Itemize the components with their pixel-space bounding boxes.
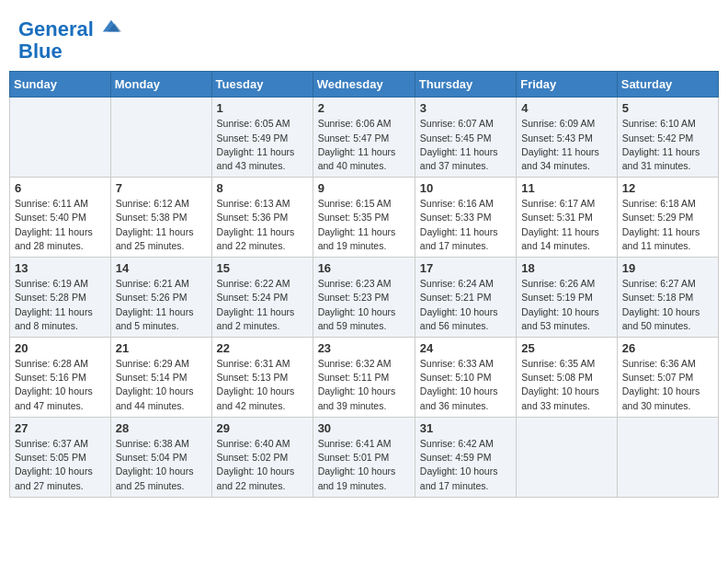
calendar-cell: 27Sunrise: 6:37 AM Sunset: 5:05 PM Dayli…	[10, 417, 111, 497]
day-number: 9	[318, 181, 410, 195]
day-number: 25	[521, 341, 612, 355]
day-info: Sunrise: 6:16 AM Sunset: 5:33 PM Dayligh…	[420, 197, 511, 253]
day-number: 10	[420, 181, 511, 195]
day-info: Sunrise: 6:28 AM Sunset: 5:16 PM Dayligh…	[15, 357, 106, 413]
calendar-cell: 12Sunrise: 6:18 AM Sunset: 5:29 PM Dayli…	[617, 178, 718, 258]
calendar-cell: 15Sunrise: 6:22 AM Sunset: 5:24 PM Dayli…	[211, 258, 313, 338]
weekday-header: Sunday	[10, 72, 111, 98]
calendar-cell: 7Sunrise: 6:12 AM Sunset: 5:38 PM Daylig…	[110, 178, 211, 258]
day-number: 30	[318, 421, 410, 435]
calendar-week-row: 27Sunrise: 6:37 AM Sunset: 5:05 PM Dayli…	[10, 417, 719, 497]
day-number: 22	[217, 341, 308, 355]
weekday-header-row: SundayMondayTuesdayWednesdayThursdayFrid…	[10, 72, 719, 98]
day-info: Sunrise: 6:31 AM Sunset: 5:13 PM Dayligh…	[217, 357, 308, 413]
weekday-header: Saturday	[617, 72, 718, 98]
day-info: Sunrise: 6:05 AM Sunset: 5:49 PM Dayligh…	[217, 117, 308, 173]
day-info: Sunrise: 6:26 AM Sunset: 5:19 PM Dayligh…	[521, 277, 612, 333]
day-info: Sunrise: 6:12 AM Sunset: 5:38 PM Dayligh…	[116, 197, 207, 253]
weekday-header: Wednesday	[313, 72, 415, 98]
calendar-table: SundayMondayTuesdayWednesdayThursdayFrid…	[9, 71, 719, 497]
calendar-cell: 13Sunrise: 6:19 AM Sunset: 5:28 PM Dayli…	[10, 258, 111, 338]
day-number: 23	[318, 341, 410, 355]
weekday-header: Monday	[110, 72, 211, 98]
calendar-cell: 19Sunrise: 6:27 AM Sunset: 5:18 PM Dayli…	[617, 258, 718, 338]
day-number: 7	[116, 181, 207, 195]
day-number: 11	[521, 181, 612, 195]
day-number: 12	[622, 181, 713, 195]
day-info: Sunrise: 6:06 AM Sunset: 5:47 PM Dayligh…	[318, 117, 410, 173]
logo-text2: Blue	[18, 40, 121, 63]
logo-icon	[101, 17, 121, 37]
day-info: Sunrise: 6:40 AM Sunset: 5:02 PM Dayligh…	[217, 437, 308, 493]
day-info: Sunrise: 6:15 AM Sunset: 5:35 PM Dayligh…	[318, 197, 410, 253]
day-info: Sunrise: 6:29 AM Sunset: 5:14 PM Dayligh…	[116, 357, 207, 413]
calendar-cell: 22Sunrise: 6:31 AM Sunset: 5:13 PM Dayli…	[211, 338, 313, 418]
day-info: Sunrise: 6:24 AM Sunset: 5:21 PM Dayligh…	[420, 277, 511, 333]
page-header: General Blue	[9, 9, 719, 67]
calendar-cell: 20Sunrise: 6:28 AM Sunset: 5:16 PM Dayli…	[10, 338, 111, 418]
calendar-cell: 3Sunrise: 6:07 AM Sunset: 5:45 PM Daylig…	[415, 98, 516, 178]
calendar-cell: 31Sunrise: 6:42 AM Sunset: 4:59 PM Dayli…	[415, 417, 516, 497]
calendar-cell: 21Sunrise: 6:29 AM Sunset: 5:14 PM Dayli…	[110, 338, 211, 418]
day-number: 15	[217, 261, 308, 275]
weekday-header: Friday	[517, 72, 618, 98]
calendar-cell	[517, 417, 618, 497]
calendar-cell: 1Sunrise: 6:05 AM Sunset: 5:49 PM Daylig…	[211, 98, 313, 178]
weekday-header: Thursday	[415, 72, 516, 98]
logo: General Blue	[18, 18, 121, 63]
calendar-cell: 30Sunrise: 6:41 AM Sunset: 5:01 PM Dayli…	[313, 417, 415, 497]
calendar-cell: 16Sunrise: 6:23 AM Sunset: 5:23 PM Dayli…	[313, 258, 415, 338]
day-number: 28	[116, 421, 207, 435]
day-number: 31	[420, 421, 511, 435]
day-info: Sunrise: 6:09 AM Sunset: 5:43 PM Dayligh…	[521, 117, 612, 173]
day-number: 20	[15, 341, 106, 355]
calendar-cell: 5Sunrise: 6:10 AM Sunset: 5:42 PM Daylig…	[617, 98, 718, 178]
day-number: 8	[217, 181, 308, 195]
day-number: 18	[521, 261, 612, 275]
calendar-cell: 2Sunrise: 6:06 AM Sunset: 5:47 PM Daylig…	[313, 98, 415, 178]
day-number: 26	[622, 341, 713, 355]
day-info: Sunrise: 6:42 AM Sunset: 4:59 PM Dayligh…	[420, 437, 511, 493]
day-info: Sunrise: 6:32 AM Sunset: 5:11 PM Dayligh…	[318, 357, 410, 413]
day-info: Sunrise: 6:17 AM Sunset: 5:31 PM Dayligh…	[521, 197, 612, 253]
day-number: 16	[318, 261, 410, 275]
calendar-cell: 10Sunrise: 6:16 AM Sunset: 5:33 PM Dayli…	[415, 178, 516, 258]
day-number: 1	[217, 101, 308, 115]
day-info: Sunrise: 6:27 AM Sunset: 5:18 PM Dayligh…	[622, 277, 713, 333]
day-number: 3	[420, 101, 511, 115]
day-number: 6	[15, 181, 106, 195]
calendar-cell: 6Sunrise: 6:11 AM Sunset: 5:40 PM Daylig…	[10, 178, 111, 258]
calendar-cell	[617, 417, 718, 497]
day-number: 27	[15, 421, 106, 435]
calendar-cell	[10, 98, 111, 178]
calendar-cell: 17Sunrise: 6:24 AM Sunset: 5:21 PM Dayli…	[415, 258, 516, 338]
day-number: 17	[420, 261, 511, 275]
day-number: 14	[116, 261, 207, 275]
logo-text: General	[18, 18, 121, 40]
day-info: Sunrise: 6:13 AM Sunset: 5:36 PM Dayligh…	[217, 197, 308, 253]
weekday-header: Tuesday	[211, 72, 313, 98]
day-info: Sunrise: 6:35 AM Sunset: 5:08 PM Dayligh…	[521, 357, 612, 413]
calendar-cell: 8Sunrise: 6:13 AM Sunset: 5:36 PM Daylig…	[211, 178, 313, 258]
calendar-cell: 11Sunrise: 6:17 AM Sunset: 5:31 PM Dayli…	[517, 178, 618, 258]
calendar-cell: 25Sunrise: 6:35 AM Sunset: 5:08 PM Dayli…	[517, 338, 618, 418]
day-number: 5	[622, 101, 713, 115]
day-info: Sunrise: 6:07 AM Sunset: 5:45 PM Dayligh…	[420, 117, 511, 173]
day-number: 29	[217, 421, 308, 435]
day-number: 24	[420, 341, 511, 355]
day-info: Sunrise: 6:22 AM Sunset: 5:24 PM Dayligh…	[217, 277, 308, 333]
calendar-cell: 14Sunrise: 6:21 AM Sunset: 5:26 PM Dayli…	[110, 258, 211, 338]
calendar-cell: 28Sunrise: 6:38 AM Sunset: 5:04 PM Dayli…	[110, 417, 211, 497]
day-number: 4	[521, 101, 612, 115]
calendar-cell: 23Sunrise: 6:32 AM Sunset: 5:11 PM Dayli…	[313, 338, 415, 418]
day-info: Sunrise: 6:19 AM Sunset: 5:28 PM Dayligh…	[15, 277, 106, 333]
calendar-cell: 18Sunrise: 6:26 AM Sunset: 5:19 PM Dayli…	[517, 258, 618, 338]
calendar-week-row: 1Sunrise: 6:05 AM Sunset: 5:49 PM Daylig…	[10, 98, 719, 178]
day-info: Sunrise: 6:37 AM Sunset: 5:05 PM Dayligh…	[15, 437, 106, 493]
calendar-week-row: 13Sunrise: 6:19 AM Sunset: 5:28 PM Dayli…	[10, 258, 719, 338]
day-info: Sunrise: 6:11 AM Sunset: 5:40 PM Dayligh…	[15, 197, 106, 253]
day-info: Sunrise: 6:33 AM Sunset: 5:10 PM Dayligh…	[420, 357, 511, 413]
day-info: Sunrise: 6:23 AM Sunset: 5:23 PM Dayligh…	[318, 277, 410, 333]
calendar-cell: 9Sunrise: 6:15 AM Sunset: 5:35 PM Daylig…	[313, 178, 415, 258]
day-number: 13	[15, 261, 106, 275]
